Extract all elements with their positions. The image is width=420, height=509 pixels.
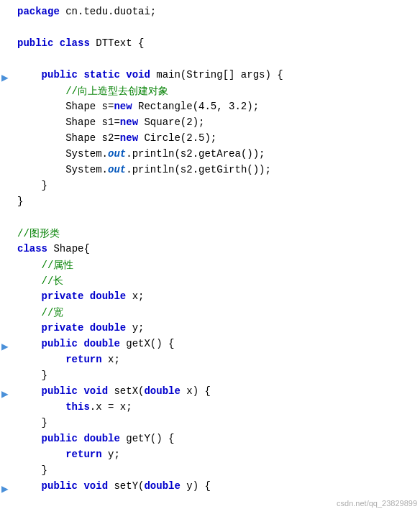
code-line: private double y; [0, 322, 420, 338]
token: } [17, 464, 47, 476]
token: Rectangle(4.5, 3.2); [138, 101, 259, 112]
token: void [83, 385, 114, 397]
watermark: csdn.net/qq_23829899 [337, 499, 417, 508]
token [17, 385, 42, 397]
line-text: //长 [14, 275, 414, 288]
line-text: Shape s1=new Square(2); [14, 116, 414, 128]
token: y) { [186, 480, 211, 492]
token [17, 449, 65, 460]
line-text: return y; [14, 449, 414, 460]
code-line: ▶ public void setX(double x) { [0, 385, 420, 401]
token: class [17, 243, 53, 254]
token: } [17, 417, 47, 428]
token: Shape s1= [17, 116, 120, 128]
token: Square(2); [144, 116, 204, 128]
token: setX( [114, 385, 144, 397]
code-line: return x; [0, 354, 420, 370]
line-text: System.out.println(s2.getArea()); [14, 148, 414, 160]
token [17, 354, 65, 365]
line-text: this.x = x; [14, 401, 414, 413]
code-content: package cn.tedu.duotai; public class DTT… [0, 6, 420, 509]
line-text: class Shape{ [14, 243, 414, 254]
code-line: package cn.tedu.duotai; [0, 6, 420, 22]
code-line: //属性 [0, 259, 420, 275]
token: double [83, 338, 126, 349]
token: //向上造型去创建对象 [17, 86, 168, 97]
line-text [14, 211, 414, 223]
line-text: Shape s=new Rectangle(4.5, 3.2); [14, 101, 414, 112]
line-text: public void setX(double x) { [14, 385, 414, 397]
token: private [42, 290, 90, 302]
token: out [108, 148, 126, 160]
code-line: this.x = x; [0, 401, 420, 417]
token: } [17, 370, 47, 381]
token: x) { [186, 385, 211, 397]
token: Circle(2.5); [144, 132, 216, 144]
code-line [0, 53, 420, 69]
token: public [42, 338, 84, 349]
token: double [83, 433, 126, 444]
line-text: } [14, 196, 414, 207]
token: getX() { [126, 338, 174, 349]
token: setY( [114, 480, 144, 492]
code-line: } [0, 370, 420, 385]
token: getY() { [126, 433, 174, 444]
token: package [17, 6, 65, 17]
token: return [65, 449, 108, 460]
code-line: Shape s=new Rectangle(4.5, 3.2); [0, 101, 420, 116]
code-line: } [0, 180, 420, 196]
token [17, 401, 65, 413]
code-line: class Shape{ [0, 243, 420, 259]
token: //图形类 [17, 228, 60, 239]
token [17, 480, 42, 492]
token: y; [108, 449, 120, 460]
code-line: private double x; [0, 290, 420, 306]
token: Shape s= [17, 101, 114, 112]
token: Shape s2= [17, 132, 120, 144]
line-text: public double getY() { [14, 433, 414, 444]
line-text [14, 53, 414, 65]
line-text: public double getX() { [14, 338, 414, 349]
token: Shape{ [53, 243, 89, 254]
line-text: return x; [14, 354, 414, 365]
token: .println(s2.getArea()); [126, 148, 265, 160]
code-line: } [0, 464, 420, 480]
code-line [0, 211, 420, 227]
token: private [42, 322, 90, 334]
breakpoint-arrow-icon: ▶ [1, 70, 9, 85]
line-text: public void setY(double y) { [14, 480, 414, 492]
line-text: } [14, 464, 414, 476]
token: System. [17, 148, 108, 160]
line-text: } [14, 370, 414, 381]
code-line: ▶ public void setY(double y) { [0, 480, 420, 496]
token [17, 290, 42, 302]
token: double [90, 322, 132, 334]
line-text: } [14, 417, 414, 428]
code-line: ▶ public static void main(String[] args)… [0, 69, 420, 85]
code-line: System.out.println(s2.getGirth()); [0, 164, 420, 180]
token: public [42, 433, 84, 444]
token: void [126, 69, 156, 81]
code-line: //宽 [0, 306, 420, 322]
token: x; [108, 354, 120, 365]
token: return [65, 354, 108, 365]
code-editor: package cn.tedu.duotai; public class DTT… [0, 0, 420, 509]
line-text [14, 22, 414, 33]
code-line: System.out.println(s2.getArea()); [0, 148, 420, 164]
token: } [17, 180, 47, 191]
line-text: //向上造型去创建对象 [14, 85, 414, 98]
token: double [144, 385, 186, 397]
line-text: System.out.println(s2.getGirth()); [14, 164, 414, 175]
token: new [120, 132, 145, 144]
token: //属性 [17, 260, 73, 271]
token [17, 322, 42, 334]
code-line: ▶ public double getX() { [0, 338, 420, 354]
token: public [42, 385, 84, 397]
token: //长 [17, 275, 63, 287]
code-line: //向上造型去创建对象 [0, 85, 420, 101]
breakpoint-arrow-icon: ▶ [1, 482, 9, 496]
code-line: Shape s2=new Circle(2.5); [0, 132, 420, 148]
token: public [42, 480, 84, 492]
token: class [60, 37, 96, 49]
code-line: } [0, 196, 420, 211]
